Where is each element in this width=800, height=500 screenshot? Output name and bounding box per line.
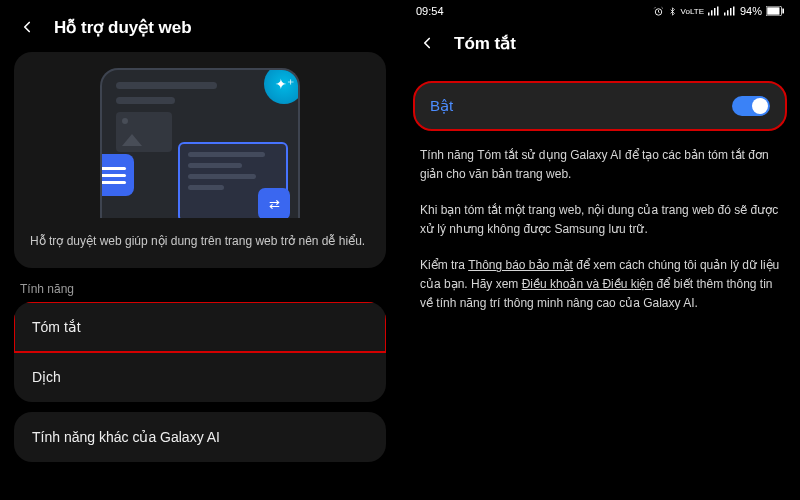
description-para-3: Kiểm tra Thông báo bảo mật để xem cách c… — [420, 256, 780, 312]
app-header-left: Hỗ trợ duyệt web — [0, 6, 400, 52]
battery-percent: 94% — [740, 5, 762, 17]
document-icon — [100, 154, 134, 196]
svg-rect-5 — [724, 13, 726, 16]
app-header-right: Tóm tắt — [400, 22, 800, 68]
description-para-2: Khi bạn tóm tắt một trang web, nội dung … — [420, 201, 780, 238]
translate-icon: ⇄ — [258, 188, 290, 218]
page-title: Hỗ trợ duyệt web — [54, 17, 192, 38]
status-bar: 09:54 VoLTE 94% — [400, 0, 800, 22]
volte-icon: VoLTE — [681, 7, 704, 16]
back-button[interactable] — [16, 16, 38, 38]
svg-rect-10 — [767, 7, 779, 14]
svg-rect-4 — [717, 7, 719, 16]
phone-left: Hỗ trợ duyệt web ⇄ ✦⁺ Hỗ trợ — [0, 0, 400, 500]
section-label-features: Tính năng — [20, 282, 386, 296]
svg-rect-3 — [714, 8, 716, 16]
svg-rect-11 — [782, 9, 784, 14]
phone-right: 09:54 VoLTE 94% Tóm tắt Bật Tính năng Tó… — [400, 0, 800, 500]
svg-rect-8 — [733, 7, 735, 16]
status-indicators: VoLTE 94% — [653, 5, 784, 17]
sparkle-icon: ✦⁺ — [264, 68, 300, 104]
chevron-left-icon — [18, 18, 36, 36]
more-list: Tính năng khác của Galaxy AI — [14, 412, 386, 462]
hero-illustration: ⇄ ✦⁺ — [30, 68, 370, 218]
toggle-row-enable[interactable]: Bật — [414, 82, 786, 130]
hero-description: Hỗ trợ duyệt web giúp nội dung trên tran… — [30, 232, 370, 250]
battery-icon — [766, 6, 784, 16]
feature-label: Tóm tắt — [32, 319, 81, 335]
toggle-switch[interactable] — [732, 96, 770, 116]
svg-rect-1 — [708, 13, 710, 16]
description-para-1: Tính năng Tóm tắt sử dụng Galaxy AI để t… — [420, 146, 780, 183]
page-title: Tóm tắt — [454, 33, 516, 54]
svg-rect-6 — [727, 10, 729, 15]
features-list: Tóm tắt Dịch — [14, 302, 386, 402]
status-time: 09:54 — [416, 5, 444, 17]
feature-label: Dịch — [32, 369, 61, 385]
alarm-icon — [653, 6, 664, 17]
switch-knob — [752, 98, 768, 114]
feature-item-more[interactable]: Tính năng khác của Galaxy AI — [14, 412, 386, 462]
signal-icon — [708, 6, 720, 16]
toggle-label: Bật — [430, 97, 453, 115]
bluetooth-icon — [668, 6, 677, 17]
hero-card: ⇄ ✦⁺ Hỗ trợ duyệt web giúp nội dung trên… — [14, 52, 386, 268]
feature-item-translate[interactable]: Dịch — [14, 352, 386, 402]
svg-rect-2 — [711, 10, 713, 15]
back-button[interactable] — [416, 32, 438, 54]
svg-rect-7 — [730, 8, 732, 16]
feature-item-summary[interactable]: Tóm tắt — [14, 302, 386, 352]
terms-link[interactable]: Điều khoản và Điều kiện — [522, 277, 653, 291]
privacy-notice-link[interactable]: Thông báo bảo mật — [468, 258, 573, 272]
signal-icon — [724, 6, 736, 16]
chevron-left-icon — [418, 34, 436, 52]
feature-label: Tính năng khác của Galaxy AI — [32, 429, 220, 445]
